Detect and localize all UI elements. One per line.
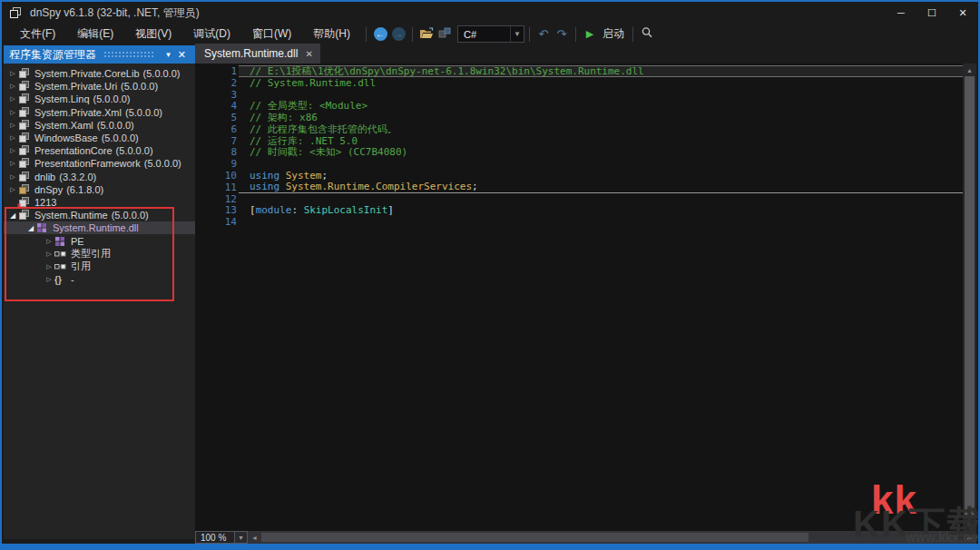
tree-item-version: (5.0.0.0) — [143, 68, 181, 79]
tab-system-runtime-dll[interactable]: System.Runtime.dll ✕ — [195, 44, 320, 64]
tree-item-system-xaml[interactable]: ▷System.Xaml(5.0.0.0) — [4, 119, 195, 132]
vertical-scrollbar[interactable]: ▲ ▼ — [963, 64, 976, 531]
code-line-12[interactable]: 12 — [195, 193, 963, 205]
tree-item-label: System.Runtime — [34, 210, 108, 221]
assembly-icon — [18, 93, 30, 104]
expander-expanded-icon[interactable]: ◢ — [7, 211, 18, 220]
expander-collapsed-icon[interactable]: ▷ — [7, 83, 18, 90]
scroll-left-icon[interactable]: ◄ — [248, 535, 261, 541]
assembly-icon — [18, 107, 30, 118]
navigate-back-button[interactable]: ← — [371, 25, 389, 44]
zoom-control[interactable]: 100 % ▼ — [195, 531, 248, 544]
braces-icon: {} — [54, 274, 66, 285]
panel-close-icon[interactable]: ✕ — [174, 49, 190, 61]
tree-item-system-runtime[interactable]: ◢System.Runtime(5.0.0.0) — [4, 209, 195, 221]
line-number: 2 — [195, 77, 239, 89]
line-text: using System; — [239, 170, 963, 182]
code-editor[interactable]: 1// E:\1投稿\1优化\dnSpy\dnSpy-net-6.1.8win3… — [195, 64, 976, 531]
line-number: 4 — [195, 100, 239, 112]
scroll-up-icon[interactable]: ▲ — [963, 64, 976, 76]
tree-item-label: PE — [71, 236, 84, 247]
close-icon[interactable]: ✕ — [947, 2, 978, 24]
vertical-scrollbar-thumb[interactable] — [965, 76, 975, 518]
expander-collapsed-icon[interactable]: ▷ — [7, 134, 18, 142]
zoom-chevron-icon[interactable]: ▼ — [235, 531, 248, 544]
menu-item-0[interactable]: 文件(F) — [9, 24, 66, 45]
undo-icon: ↶ — [539, 27, 549, 41]
expander-collapsed-icon[interactable]: ▷ — [7, 160, 18, 167]
tree-item--[interactable]: ▷类型引用 — [4, 248, 195, 260]
save-module-button[interactable] — [436, 25, 454, 44]
expander-collapsed-icon[interactable]: ▷ — [44, 238, 54, 245]
tree-item-system-private-uri[interactable]: ▷System.Private.Uri(5.0.0.0) — [4, 80, 195, 93]
code-line-2[interactable]: 2// System.Runtime.dll — [195, 77, 963, 89]
minimize-icon[interactable]: ─ — [886, 2, 916, 24]
line-number: 7 — [195, 135, 239, 147]
expander-collapsed-icon[interactable]: ▷ — [44, 250, 54, 258]
expander-collapsed-icon[interactable]: ▷ — [7, 109, 18, 116]
expander-collapsed-icon[interactable]: ▷ — [7, 70, 18, 77]
expander-collapsed-icon[interactable]: ▷ — [7, 122, 18, 129]
menu-item-2[interactable]: 视图(V) — [124, 24, 182, 45]
expander-expanded-icon[interactable]: ◢ — [25, 224, 36, 232]
undo-button[interactable]: ↶ — [534, 25, 553, 44]
redo-button[interactable]: ↷ — [553, 25, 571, 44]
line-number: 12 — [195, 193, 239, 205]
expander-collapsed-icon[interactable]: ▷ — [7, 147, 18, 154]
tree-item-label: System.Private.Uri — [34, 81, 117, 92]
tree-item-dnspy[interactable]: ▷dnSpy(6.1.8.0) — [4, 183, 195, 196]
code-line-11[interactable]: 11using System.Runtime.CompilerServices; — [195, 182, 963, 193]
expander-collapsed-icon[interactable]: ▷ — [44, 276, 54, 283]
line-text: // System.Runtime.dll — [239, 77, 963, 89]
code-line-13[interactable]: 13[module: SkipLocalsInit] — [195, 205, 963, 217]
code-line-10[interactable]: 10using System; — [195, 170, 963, 182]
menu-bar: 文件(F)编辑(E)视图(V)调试(D)窗口(W)帮助(H) ← → — [2, 24, 978, 44]
tree-item-presentationframework[interactable]: ▷PresentationFramework(5.0.0.0) — [4, 157, 195, 170]
start-label[interactable]: 启动 — [603, 26, 624, 42]
expander-collapsed-icon[interactable]: ▷ — [44, 263, 54, 270]
tree-item-system-private-corelib[interactable]: ▷System.Private.CoreLib(5.0.0.0) — [4, 67, 195, 80]
navigate-forward-button[interactable]: → — [389, 25, 407, 44]
expander-collapsed-icon[interactable]: ▷ — [7, 95, 18, 103]
open-folder-icon — [419, 27, 434, 42]
start-debug-button[interactable]: ▶ — [581, 25, 599, 44]
panel-chevron-icon[interactable]: ▾ — [162, 50, 174, 59]
horizontal-scrollbar-thumb[interactable] — [261, 533, 808, 542]
tab-bar: System.Runtime.dll ✕ — [195, 44, 976, 64]
tree-item-1213[interactable]: ✕1213 — [4, 196, 195, 209]
menu-item-5[interactable]: 帮助(H) — [302, 24, 361, 45]
tree-item-presentationcore[interactable]: ▷PresentationCore(5.0.0.0) — [4, 144, 195, 157]
maximize-icon[interactable]: ☐ — [916, 2, 947, 24]
tree-item-label: 引用 — [71, 260, 91, 273]
code-line-8[interactable]: 8// 时间戳: <未知> (CC7B4080) — [195, 147, 963, 159]
assembly-explorer-header[interactable]: 程序集资源管理器 ▾ ✕ — [4, 45, 195, 64]
menu-item-3[interactable]: 调试(D) — [182, 24, 241, 45]
search-assemblies-button[interactable] — [638, 25, 656, 44]
code-line-9[interactable]: 9 — [195, 158, 963, 170]
tree-item-label: System.Private.Xml — [34, 107, 122, 118]
expander-collapsed-icon[interactable]: ▷ — [7, 173, 18, 181]
zoom-level-value[interactable]: 100 % — [195, 531, 235, 544]
menu-item-4[interactable]: 窗口(W) — [241, 24, 302, 45]
tree-item-system-runtime-dll[interactable]: ◢System.Runtime.dll — [4, 221, 195, 234]
line-text: using System.Runtime.CompilerServices; — [239, 182, 963, 193]
tree-item--[interactable]: ▷引用 — [4, 260, 195, 273]
assembly-error-icon: ✕ — [18, 197, 30, 208]
open-file-button[interactable] — [417, 25, 436, 44]
tab-close-icon[interactable]: ✕ — [305, 49, 312, 59]
tree-item-windowsbase[interactable]: ▷WindowsBase(5.0.0.0) — [4, 132, 195, 144]
expander-collapsed-icon[interactable]: ▷ — [7, 186, 18, 193]
tree-item-pe[interactable]: ▷PE — [4, 234, 195, 247]
tree-item-system-private-xml[interactable]: ▷System.Private.Xml(5.0.0.0) — [4, 106, 195, 119]
menu-item-1[interactable]: 编辑(E) — [66, 24, 124, 45]
tree-item-label: 类型引用 — [71, 247, 111, 260]
menu-items: 文件(F)编辑(E)视图(V)调试(D)窗口(W)帮助(H) — [9, 24, 361, 45]
language-selector[interactable]: C# ▼ — [457, 25, 524, 43]
code-line-14[interactable]: 14 — [195, 216, 963, 228]
tree-item--[interactable]: ▷{}- — [4, 273, 195, 286]
code-line-1[interactable]: 1// E:\1投稿\1优化\dnSpy\dnSpy-net-6.1.8win3… — [195, 65, 963, 77]
assembly-icon — [18, 172, 30, 182]
tree-item-system-linq[interactable]: ▷System.Linq(5.0.0.0) — [4, 93, 195, 105]
tree-item-dnlib[interactable]: ▷dnlib(3.3.2.0) — [4, 171, 195, 183]
module-icon — [54, 236, 66, 247]
